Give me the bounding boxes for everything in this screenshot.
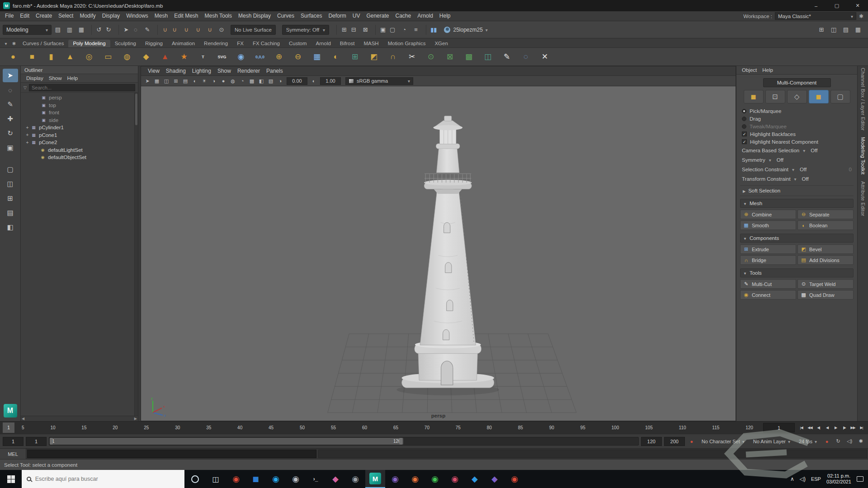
- taskbar-app-icon[interactable]: ◆: [485, 470, 505, 488]
- shelf-icon[interactable]: SVG: [212, 49, 231, 65]
- render-icon[interactable]: ▮▮: [426, 25, 437, 35]
- shelf-icon[interactable]: ◌: [516, 49, 535, 65]
- snap-icon[interactable]: ⊙: [216, 25, 227, 35]
- transport-button[interactable]: ▶▶: [849, 423, 857, 432]
- shelf-icon[interactable]: ⊕: [269, 49, 288, 65]
- layout-shortcut-icon[interactable]: ▢: [3, 163, 18, 176]
- mtk-button[interactable]: ◉ Connect: [740, 290, 796, 300]
- timeline-track[interactable]: 5101520253035404550556065707580859095100…: [2, 422, 760, 433]
- anim-layer-dropdown[interactable]: No Anim Layer: [750, 439, 793, 444]
- mtk-button[interactable]: ⊖ Separate: [797, 210, 854, 219]
- outliner-search-input[interactable]: [29, 84, 135, 91]
- taskbar-app-icon[interactable]: ◉: [286, 470, 306, 488]
- taskbar-app-icon[interactable]: ◆: [326, 470, 345, 488]
- expand-toggle[interactable]: +: [24, 132, 30, 137]
- expand-toggle[interactable]: +: [24, 125, 30, 130]
- shelf-icon[interactable]: ◐: [326, 49, 345, 65]
- menu-item[interactable]: Create: [33, 11, 55, 21]
- shelf-tab[interactable]: Animation: [167, 40, 199, 47]
- taskbar-search-input[interactable]: [35, 476, 179, 482]
- toolbar-icon[interactable]: ↺: [91, 25, 102, 35]
- mtk-button[interactable]: ◐ Boolean: [797, 221, 854, 230]
- range-start-grip[interactable]: [50, 438, 53, 445]
- constraint-dropdown-row[interactable]: Transform Constraint Off: [740, 174, 854, 183]
- shelf-icon[interactable]: ◉: [231, 49, 250, 65]
- shelf-icon[interactable]: ◎: [80, 49, 99, 65]
- window-control-button[interactable]: ▢: [826, 0, 847, 11]
- shelf-icon[interactable]: ✎: [497, 49, 516, 65]
- render-icon[interactable]: ≡: [410, 25, 421, 35]
- viewport-toolbar-icon[interactable]: ◔: [238, 77, 247, 85]
- start-button[interactable]: [0, 470, 22, 488]
- layout-shortcut-icon[interactable]: ◫: [3, 177, 18, 191]
- soft-selection-section[interactable]: Soft Selection: [740, 185, 854, 196]
- highlight-checkbox[interactable]: Highlight Backfaces: [740, 130, 854, 138]
- menu-item[interactable]: Surfaces: [297, 11, 325, 21]
- taskbar-app-icon[interactable]: ◼: [246, 470, 266, 488]
- components-section-header[interactable]: Components: [740, 234, 854, 243]
- shelf-icon[interactable]: ◫: [478, 49, 497, 65]
- exposure-icon[interactable]: ◑: [276, 77, 285, 85]
- outliner-item[interactable]: + ▦ pCone1: [21, 131, 134, 139]
- panel-toggle-icon[interactable]: ⊞: [816, 25, 827, 35]
- toolbar-icon[interactable]: ▦: [76, 25, 87, 35]
- cortana-button[interactable]: [184, 470, 205, 488]
- snap-icon[interactable]: ∪: [157, 25, 168, 35]
- viewport-menu-item[interactable]: Show: [214, 66, 234, 76]
- taskbar-app-icon[interactable]: ◉: [445, 470, 465, 488]
- outliner-hscrollbar[interactable]: ◀ ▶: [21, 416, 138, 421]
- menu-item[interactable]: Help: [436, 11, 454, 21]
- viewport-menu-item[interactable]: Lighting: [189, 66, 214, 76]
- outliner-item[interactable]: ▣ top: [21, 102, 134, 109]
- shelf-tab[interactable]: Bifrost: [335, 40, 359, 47]
- viewport-toolbar-icon[interactable]: ◧: [257, 77, 266, 85]
- outliner-item[interactable]: + ▦ pCone2: [21, 139, 134, 146]
- selection-style-radio[interactable]: Drag: [740, 115, 854, 122]
- outliner-menu-item[interactable]: Show: [46, 74, 65, 82]
- shelf-icon[interactable]: ⊖: [288, 49, 307, 65]
- shelf-tab[interactable]: Curves / Surfaces: [18, 40, 68, 47]
- shelf-tab[interactable]: Poly Modeling: [68, 40, 110, 47]
- tool-icon[interactable]: ↻: [3, 127, 18, 140]
- playback-option-icon[interactable]: ↻: [834, 437, 843, 446]
- range-end-grip[interactable]: [399, 438, 402, 445]
- mtk-button[interactable]: ◩ Bevel: [797, 244, 854, 254]
- task-view-button[interactable]: ◫: [205, 470, 226, 488]
- mtk-button[interactable]: ✎ Multi-Cut: [740, 279, 796, 289]
- fps-dropdown[interactable]: 24 fps: [796, 439, 820, 444]
- outliner-item[interactable]: ▣ side: [21, 117, 134, 124]
- taskbar-clock[interactable]: 02:11 p.m. 03/02/2021: [826, 473, 851, 485]
- shelf-icon[interactable]: ◆: [137, 49, 156, 65]
- menu-item[interactable]: Deform: [325, 11, 349, 21]
- viewport-menu-item[interactable]: Renderer: [234, 66, 263, 76]
- menu-item[interactable]: Windows: [123, 11, 151, 21]
- shelf-icon[interactable]: ▩: [459, 49, 478, 65]
- transport-button[interactable]: ▶|: [858, 423, 865, 432]
- shelf-tab[interactable]: Rigging: [141, 40, 167, 47]
- viewport-toolbar-icon[interactable]: ☀: [200, 77, 209, 85]
- volume-icon[interactable]: ◁): [800, 476, 806, 482]
- transport-button[interactable]: ◀: [823, 423, 831, 432]
- menu-item[interactable]: Edit Mesh: [171, 11, 201, 21]
- colorspace-dropdown[interactable]: sRGB gamma: [345, 77, 413, 85]
- menu-set-dropdown[interactable]: Modeling: [3, 25, 52, 35]
- outliner-scrollbar[interactable]: [134, 93, 138, 416]
- menu-item[interactable]: Edit: [17, 11, 33, 21]
- shelf-tab[interactable]: FX Caching: [248, 40, 284, 47]
- mtk-menu-item[interactable]: Object: [739, 66, 760, 74]
- multi-component-button[interactable]: Multi-Component: [763, 78, 831, 87]
- highlight-checkbox[interactable]: Highlight Nearest Component: [740, 138, 854, 145]
- taskbar-app-icon[interactable]: M: [365, 470, 385, 488]
- outliner-menu-item[interactable]: Help: [65, 74, 81, 82]
- mel-command-input[interactable]: [27, 450, 316, 458]
- shelf-icon[interactable]: ▭: [99, 49, 118, 65]
- shelf-icon[interactable]: ◍: [118, 49, 137, 65]
- snap-icon[interactable]: ∪: [169, 25, 180, 35]
- layout-shortcut-icon[interactable]: ▤: [3, 206, 18, 220]
- taskbar-app-icon[interactable]: ›_: [306, 470, 326, 488]
- taskbar-app-icon[interactable]: ◉: [425, 470, 445, 488]
- taskbar-app-icon[interactable]: ◉: [405, 470, 425, 488]
- playback-option-icon[interactable]: ●: [822, 437, 831, 446]
- taskbar-app-icon[interactable]: ◉: [345, 470, 365, 488]
- transport-button[interactable]: ▶: [832, 423, 840, 432]
